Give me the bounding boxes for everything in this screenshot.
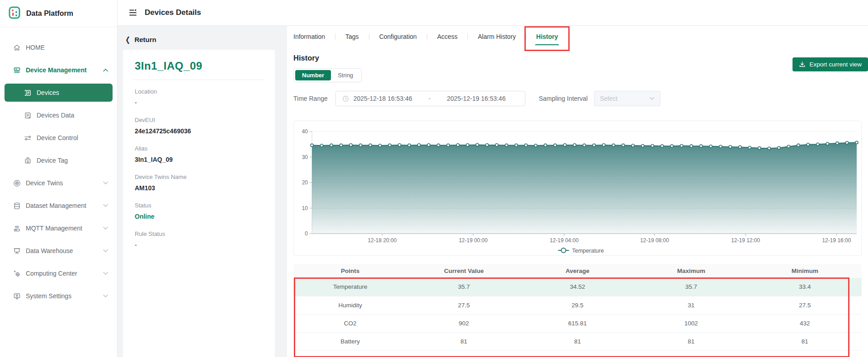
chevron-down-icon bbox=[103, 294, 108, 298]
history-content: History Export current view NumberString… bbox=[287, 54, 868, 351]
main-content: InformationTagsConfigurationAccessAlarm … bbox=[287, 26, 868, 357]
sidebar-item-computing-center[interactable]: Computing Center bbox=[0, 262, 117, 285]
table-cell: 35.7 bbox=[634, 278, 748, 296]
table-row-humidity[interactable]: Humidity27.529.53127.5 bbox=[293, 296, 862, 314]
svg-text:12-19 16:00: 12-19 16:00 bbox=[822, 237, 851, 244]
svg-text:12-19 12:00: 12-19 12:00 bbox=[731, 237, 760, 244]
field-status: StatusOnline bbox=[135, 202, 263, 220]
sidebar-item-device-tag[interactable]: Device Tag bbox=[0, 149, 117, 172]
field-value: - bbox=[135, 241, 263, 249]
stats-table-body: Temperature35.734.5235.733.4Humidity27.5… bbox=[293, 278, 862, 350]
chevron-down-icon bbox=[103, 272, 108, 275]
time-range-input[interactable]: 2025-12-18 16:53:46 - 2025-12-19 16:53:4… bbox=[335, 91, 525, 106]
tab-information[interactable]: Information bbox=[293, 26, 335, 47]
table-row-temperature[interactable]: Temperature35.734.5235.733.4 bbox=[293, 278, 862, 296]
sidebar-item-label: Devices bbox=[37, 89, 59, 96]
tab-alarm-history[interactable]: Alarm History bbox=[468, 26, 526, 47]
table-cell: 33.4 bbox=[748, 278, 862, 296]
column-header-maximum: Maximum bbox=[634, 264, 748, 278]
tab-tags[interactable]: Tags bbox=[335, 26, 369, 47]
tab-configuration[interactable]: Configuration bbox=[369, 26, 427, 47]
field-label: DevEUI bbox=[135, 117, 263, 123]
sampling-interval-select[interactable]: Select bbox=[594, 91, 660, 106]
sidebar-item-device-management[interactable]: Device Management bbox=[0, 59, 117, 81]
table-cell: Temperature bbox=[293, 278, 407, 296]
sidebar-item-label: Dataset Management bbox=[26, 202, 86, 209]
export-button[interactable]: Export current view bbox=[793, 57, 868, 71]
field-label: Alias bbox=[135, 145, 263, 152]
column-header-minimum: Minimum bbox=[748, 264, 862, 278]
toggle-option-string[interactable]: String bbox=[331, 70, 360, 80]
menu-fold-icon[interactable] bbox=[128, 8, 137, 17]
device-management-icon bbox=[13, 66, 21, 74]
time-range-label: Time Range bbox=[293, 95, 328, 102]
field-value: AM103 bbox=[135, 184, 263, 192]
field-device-twins-name: Device Twins NameAM103 bbox=[135, 174, 263, 192]
svg-text:Temperature: Temperature bbox=[572, 248, 604, 254]
history-tab-annotation-box bbox=[524, 26, 570, 51]
sidebar-item-label: HOME bbox=[26, 44, 45, 51]
sidebar-item-devices[interactable]: Devices bbox=[5, 84, 113, 102]
sidebar-nav: HOMEDevice ManagementDevicesDevices Data… bbox=[0, 27, 117, 307]
table-cell: 35.7 bbox=[407, 278, 520, 296]
device-detail-panel: ❮ Return 3In1_IAQ_09 Location-DevEUI24e1… bbox=[118, 26, 287, 357]
return-label: Return bbox=[134, 36, 156, 43]
devices-icon bbox=[24, 89, 32, 97]
app-root: Data Platform HOMEDevice ManagementDevic… bbox=[0, 0, 868, 357]
field-value: 3In1_IAQ_09 bbox=[135, 156, 263, 163]
app-logo-icon bbox=[8, 6, 21, 21]
time-range-start: 2025-12-18 16:53:46 bbox=[354, 95, 412, 102]
sidebar-item-label: Device Management bbox=[26, 66, 87, 74]
sidebar-item-label: Data Warehouse bbox=[26, 247, 73, 254]
legend-temperature[interactable]: Temperature bbox=[558, 248, 604, 254]
data-warehouse-icon bbox=[13, 247, 21, 255]
sidebar-item-label: Devices Data bbox=[37, 112, 74, 119]
brand: Data Platform bbox=[0, 0, 117, 27]
tab-access[interactable]: Access bbox=[427, 26, 467, 47]
field-value: Online bbox=[135, 213, 263, 220]
sidebar-item-devices-data[interactable]: Devices Data bbox=[0, 104, 117, 127]
svg-text:12-19 04:00: 12-19 04:00 bbox=[550, 237, 579, 244]
sidebar-item-system-settings[interactable]: System Settings bbox=[0, 285, 117, 307]
history-chart[interactable]: 01020304012-18 20:0012-19 00:0012-19 04:… bbox=[293, 121, 862, 256]
number-string-toggle: NumberString bbox=[293, 68, 362, 82]
table-cell: 81 bbox=[748, 332, 862, 350]
svg-text:40: 40 bbox=[302, 128, 308, 135]
field-value: - bbox=[135, 99, 263, 106]
table-cell: 432 bbox=[748, 314, 862, 332]
field-value: 24e124725c469036 bbox=[135, 127, 263, 135]
sidebar-item-device-control[interactable]: Device Control bbox=[0, 127, 117, 149]
field-label: Location bbox=[135, 88, 263, 95]
device-fields: Location-DevEUI24e124725c469036Alias3In1… bbox=[135, 88, 263, 249]
toggle-option-number[interactable]: Number bbox=[295, 70, 331, 80]
sidebar: Data Platform HOMEDevice ManagementDevic… bbox=[0, 0, 118, 357]
table-cell: Battery bbox=[293, 332, 407, 350]
table-cell: 27.5 bbox=[748, 296, 862, 314]
sidebar-item-mqtt-management[interactable]: MQTT Management bbox=[0, 217, 117, 240]
sidebar-item-home[interactable]: HOME bbox=[0, 36, 117, 59]
home-icon bbox=[13, 44, 21, 52]
table-row-co2[interactable]: CO2902615.811002432 bbox=[293, 314, 862, 332]
sidebar-item-data-warehouse[interactable]: Data Warehouse bbox=[0, 240, 117, 262]
field-alias: Alias3In1_IAQ_09 bbox=[135, 145, 263, 163]
sidebar-item-dataset-management[interactable]: Dataset Management bbox=[0, 194, 117, 217]
tab-history[interactable]: History bbox=[526, 26, 568, 47]
export-button-label: Export current view bbox=[809, 61, 862, 68]
tab-label: Tags bbox=[345, 33, 359, 40]
sidebar-item-device-twins[interactable]: Device Twins bbox=[0, 172, 117, 194]
svg-text:12-19 08:00: 12-19 08:00 bbox=[640, 237, 669, 244]
select-placeholder: Select bbox=[600, 95, 618, 102]
table-cell: 81 bbox=[521, 332, 634, 350]
clock-icon bbox=[342, 95, 349, 102]
time-range-separator: - bbox=[429, 95, 431, 102]
chevron-down-icon bbox=[103, 226, 108, 230]
sidebar-item-label: Device Twins bbox=[26, 179, 63, 187]
column-header-points: Points bbox=[293, 264, 407, 278]
page-title: Devices Details bbox=[145, 8, 201, 17]
table-cell: 81 bbox=[407, 332, 520, 350]
return-button[interactable]: ❮ Return bbox=[118, 26, 167, 43]
table-cell: 29.5 bbox=[521, 296, 634, 314]
sidebar-item-label: Computing Center bbox=[26, 270, 77, 277]
table-row-battery[interactable]: Battery81818181 bbox=[293, 332, 862, 350]
device-control-icon bbox=[24, 134, 32, 142]
